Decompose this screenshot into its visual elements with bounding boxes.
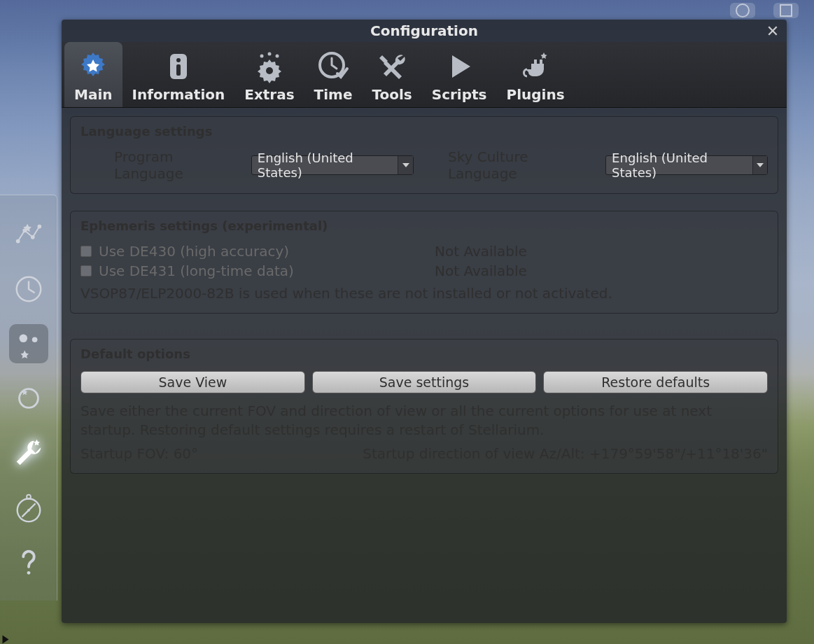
- restore-defaults-button[interactable]: Restore defaults: [543, 371, 768, 393]
- constellation-icon: [13, 218, 45, 251]
- chevron-down-icon: [752, 156, 767, 174]
- window-control-circle[interactable]: [730, 3, 755, 18]
- svg-point-6: [31, 337, 37, 342]
- configuration-dialog: Configuration ✕ Main Information Extras …: [62, 20, 787, 623]
- close-button[interactable]: ✕: [764, 22, 781, 39]
- sky-objects-icon: [13, 328, 45, 360]
- tab-tools[interactable]: Tools: [363, 42, 422, 107]
- sidebar-item-constellations[interactable]: [9, 215, 48, 254]
- gear-star-icon: [76, 50, 110, 83]
- group-title: Default options: [80, 346, 768, 361]
- svg-point-9: [27, 495, 31, 499]
- tab-scripts[interactable]: Scripts: [422, 42, 497, 107]
- defaults-description: Save either the current FOV and directio…: [80, 402, 768, 440]
- gear-stars-icon: [253, 50, 286, 83]
- svg-point-17: [267, 52, 271, 56]
- tab-label: Main: [74, 86, 113, 103]
- target-icon: [13, 382, 45, 414]
- svg-point-5: [19, 335, 27, 343]
- save-settings-button[interactable]: Save settings: [312, 371, 537, 393]
- info-icon: [162, 50, 195, 83]
- window-controls: [722, 0, 814, 18]
- svg-point-2: [31, 236, 34, 239]
- left-toolbar: [0, 195, 57, 601]
- tab-extras[interactable]: Extras: [234, 42, 304, 107]
- tab-label: Information: [132, 86, 225, 103]
- dialog-title: Configuration: [370, 22, 478, 39]
- de431-label: Use DE431 (long-time data): [99, 262, 428, 279]
- tab-label: Tools: [372, 86, 412, 103]
- de430-label: Use DE430 (high accuracy): [99, 243, 428, 260]
- sky-culture-language-label: Sky Culture Language: [448, 148, 597, 182]
- startup-direction: Startup direction of view Az/Alt: +179°5…: [363, 445, 768, 462]
- program-language-label: Program Language: [114, 148, 243, 182]
- group-title: Language settings: [80, 124, 768, 139]
- de431-status: Not Available: [435, 262, 527, 279]
- chevron-down-icon: [398, 156, 412, 174]
- tab-label: Time: [314, 86, 353, 103]
- de431-checkbox[interactable]: [80, 265, 92, 276]
- de430-checkbox[interactable]: [80, 246, 92, 257]
- compass-icon: [13, 491, 45, 524]
- sidebar-item-time[interactable]: [9, 270, 48, 309]
- svg-rect-14: [176, 64, 181, 76]
- tab-time[interactable]: Time: [304, 42, 363, 107]
- program-language-select[interactable]: English (United States): [251, 155, 414, 175]
- tab-label: Plugins: [507, 86, 565, 103]
- svg-point-16: [260, 55, 263, 58]
- tab-bar: Main Information Extras Time Tools Scrip…: [62, 42, 787, 108]
- wrench-hammer-icon: [375, 50, 409, 83]
- de430-status: Not Available: [435, 243, 527, 260]
- select-value: English (United States): [612, 150, 752, 180]
- sidebar-item-config[interactable]: [9, 433, 48, 472]
- svg-point-15: [266, 67, 273, 74]
- svg-point-11: [27, 571, 30, 575]
- close-icon: ✕: [766, 22, 779, 40]
- startup-fov: Startup FOV: 60°: [80, 445, 198, 462]
- dialog-titlebar[interactable]: Configuration ✕: [62, 20, 787, 42]
- save-view-button[interactable]: Save View: [80, 371, 305, 393]
- play-icon: [442, 50, 476, 83]
- svg-point-13: [176, 58, 181, 62]
- select-value: English (United States): [258, 150, 398, 180]
- default-options-group: Default options Save View Save settings …: [70, 339, 778, 474]
- tab-main[interactable]: Main: [64, 42, 122, 107]
- help-icon: [13, 546, 45, 578]
- ephemeris-settings-group: Ephemeris settings (experimental) Use DE…: [70, 211, 778, 314]
- sidebar-item-sky-view[interactable]: [9, 324, 48, 363]
- tab-plugins[interactable]: Plugins: [497, 42, 575, 107]
- group-title: Ephemeris settings (experimental): [80, 218, 768, 233]
- sidebar-item-astro-calc[interactable]: [9, 488, 48, 527]
- clock-icon: [13, 273, 45, 305]
- language-settings-group: Language settings Program Language Engli…: [70, 116, 778, 194]
- tab-label: Scripts: [432, 86, 487, 103]
- tab-information[interactable]: Information: [122, 42, 235, 107]
- tab-label: Extras: [244, 86, 294, 103]
- dialog-content: Language settings Program Language Engli…: [62, 108, 787, 623]
- svg-point-0: [16, 240, 19, 243]
- sidebar-item-search[interactable]: [9, 379, 48, 418]
- ephemeris-note: VSOP87/ELP2000-82B is used when these ar…: [80, 285, 768, 302]
- svg-point-18: [275, 55, 279, 58]
- sidebar-item-help[interactable]: [9, 542, 48, 582]
- clock-check-icon: [316, 50, 350, 83]
- plug-star-icon: [519, 50, 552, 83]
- wrench-star-icon: [13, 437, 45, 469]
- svg-point-3: [38, 225, 41, 228]
- svg-point-10: [27, 509, 30, 512]
- window-control-square[interactable]: [773, 3, 799, 18]
- sky-culture-language-select[interactable]: English (United States): [605, 155, 768, 175]
- corner-expand-icon[interactable]: [3, 636, 9, 644]
